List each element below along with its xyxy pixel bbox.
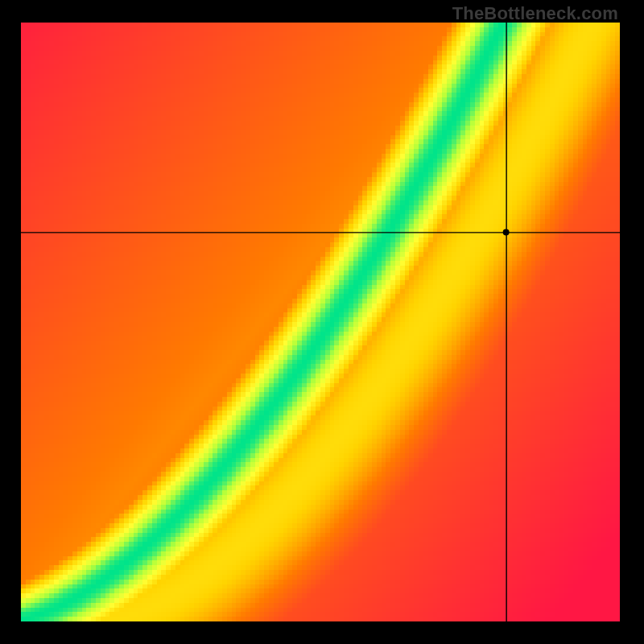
watermark-text: TheBottleneck.com	[452, 3, 618, 24]
chart-frame: TheBottleneck.com	[0, 0, 644, 644]
crosshair-overlay	[21, 23, 620, 621]
